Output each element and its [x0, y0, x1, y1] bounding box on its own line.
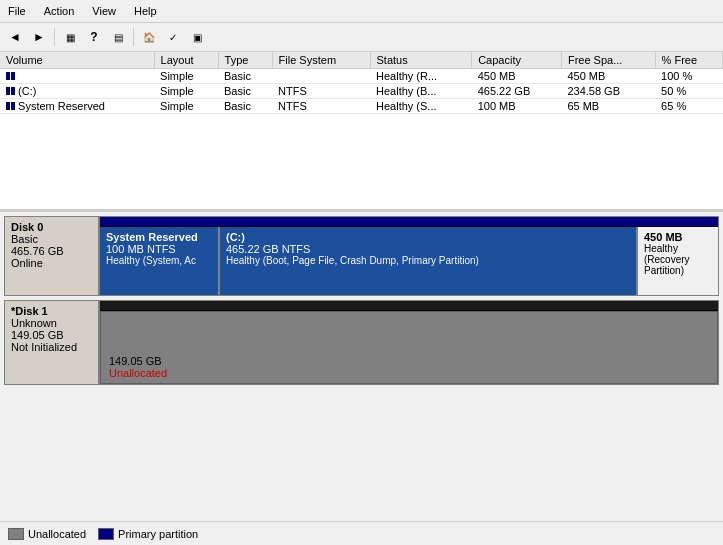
cell-status: Healthy (R... [370, 69, 472, 84]
volume-table: Volume Layout Type File System Status Ca… [0, 52, 723, 114]
toolbar-forward[interactable]: ► [28, 26, 50, 48]
disk1-label: *Disk 1 Unknown 149.05 GB Not Initialize… [4, 300, 99, 385]
legend-unallocated: Unallocated [8, 528, 86, 540]
disk1-unallocated[interactable]: 149.05 GB Unallocated [100, 311, 718, 384]
cell-fs: NTFS [272, 84, 370, 99]
c-drive-size: 465.22 GB NTFS [226, 243, 630, 255]
cell-volume [0, 69, 154, 84]
disk1-name: *Disk 1 [11, 305, 92, 317]
col-filesystem[interactable]: File System [272, 52, 370, 69]
status-bar: Unallocated Primary partition [0, 521, 723, 545]
volume-table-area: Volume Layout Type File System Status Ca… [0, 52, 723, 212]
legend-primary-box [98, 528, 114, 540]
recovery-name: 450 MB [644, 231, 712, 243]
legend-unalloc-label: Unallocated [28, 528, 86, 540]
cell-fs: NTFS [272, 99, 370, 114]
legend-primary: Primary partition [98, 528, 198, 540]
table-row[interactable]: System Reserved Simple Basic NTFS Health… [0, 99, 723, 114]
menu-bar: File Action View Help [0, 0, 723, 23]
c-drive-status: Healthy (Boot, Page File, Crash Dump, Pr… [226, 255, 630, 266]
disk1-type: Unknown [11, 317, 92, 329]
volume-icon [6, 72, 15, 80]
table-row[interactable]: (C:) Simple Basic NTFS Healthy (B... 465… [0, 84, 723, 99]
system-reserved-name: System Reserved [106, 231, 212, 243]
c-drive-name: (C:) [226, 231, 630, 243]
toolbar-btn4[interactable]: 🏠 [138, 26, 160, 48]
toolbar-btn1[interactable]: ▦ [59, 26, 81, 48]
col-status[interactable]: Status [370, 52, 472, 69]
toolbar-sep1 [54, 28, 55, 46]
cell-layout: Simple [154, 69, 218, 84]
disk0-recovery[interactable]: 450 MB Healthy (Recovery Partition) [638, 227, 718, 295]
cell-percent: 50 % [655, 84, 722, 99]
cell-layout: Simple [154, 99, 218, 114]
col-layout[interactable]: Layout [154, 52, 218, 69]
toolbar: ◄ ► ▦ ? ▤ 🏠 ✓ ▣ [0, 23, 723, 52]
disk0-name: Disk 0 [11, 221, 92, 233]
toolbar-help[interactable]: ? [83, 26, 105, 48]
cell-layout: Simple [154, 84, 218, 99]
menu-action[interactable]: Action [36, 3, 83, 19]
menu-help[interactable]: Help [126, 3, 165, 19]
disk0-header-bar [100, 217, 718, 227]
toolbar-btn3[interactable]: ▤ [107, 26, 129, 48]
cell-free: 65 MB [561, 99, 655, 114]
disk0-c-drive[interactable]: (C:) 465.22 GB NTFS Healthy (Boot, Page … [220, 227, 638, 295]
system-reserved-status: Healthy (System, Ac [106, 255, 212, 266]
recovery-status: Healthy (Recovery Partition) [644, 243, 712, 276]
toolbar-btn6[interactable]: ▣ [186, 26, 208, 48]
system-reserved-size: 100 MB NTFS [106, 243, 212, 255]
menu-file[interactable]: File [0, 3, 34, 19]
disk0-system-reserved[interactable]: System Reserved 100 MB NTFS Healthy (Sys… [100, 227, 220, 295]
cell-capacity: 100 MB [472, 99, 562, 114]
disk1-size: 149.05 GB [11, 329, 92, 341]
cell-free: 450 MB [561, 69, 655, 84]
cell-volume: System Reserved [0, 99, 154, 114]
col-type[interactable]: Type [218, 52, 272, 69]
disk0-type: Basic [11, 233, 92, 245]
disk0-partitions: System Reserved 100 MB NTFS Healthy (Sys… [99, 216, 719, 296]
menu-view[interactable]: View [84, 3, 124, 19]
col-volume[interactable]: Volume [0, 52, 154, 69]
main-area: Volume Layout Type File System Status Ca… [0, 52, 723, 545]
disk1-unalloc-label: Unallocated [109, 367, 709, 379]
toolbar-sep2 [133, 28, 134, 46]
cell-percent: 100 % [655, 69, 722, 84]
disk0-label: Disk 0 Basic 465.76 GB Online [4, 216, 99, 296]
disk1-header-bar [100, 301, 718, 311]
disk0-size: 465.76 GB [11, 245, 92, 257]
cell-free: 234.58 GB [561, 84, 655, 99]
volume-icon [6, 102, 15, 110]
volume-icon [6, 87, 15, 95]
cell-fs [272, 69, 370, 84]
toolbar-btn5[interactable]: ✓ [162, 26, 184, 48]
cell-status: Healthy (B... [370, 84, 472, 99]
cell-volume: (C:) [0, 84, 154, 99]
toolbar-back[interactable]: ◄ [4, 26, 26, 48]
col-percent[interactable]: % Free [655, 52, 722, 69]
cell-type: Basic [218, 84, 272, 99]
disk1-partitions: 149.05 GB Unallocated [99, 300, 719, 385]
disk1-row: *Disk 1 Unknown 149.05 GB Not Initialize… [4, 300, 719, 385]
disk-area: Disk 0 Basic 465.76 GB Online System Res… [0, 212, 723, 545]
cell-status: Healthy (S... [370, 99, 472, 114]
cell-type: Basic [218, 69, 272, 84]
legend-primary-label: Primary partition [118, 528, 198, 540]
disk0-row: Disk 0 Basic 465.76 GB Online System Res… [4, 216, 719, 296]
disk0-partitions-body: System Reserved 100 MB NTFS Healthy (Sys… [100, 227, 718, 295]
cell-type: Basic [218, 99, 272, 114]
cell-percent: 65 % [655, 99, 722, 114]
legend-unalloc-box [8, 528, 24, 540]
disk1-unalloc-size: 149.05 GB [109, 355, 709, 367]
cell-capacity: 450 MB [472, 69, 562, 84]
disk0-status: Online [11, 257, 92, 269]
table-row[interactable]: Simple Basic Healthy (R... 450 MB 450 MB… [0, 69, 723, 84]
col-capacity[interactable]: Capacity [472, 52, 562, 69]
col-free[interactable]: Free Spa... [561, 52, 655, 69]
disk1-status: Not Initialized [11, 341, 92, 353]
cell-capacity: 465.22 GB [472, 84, 562, 99]
